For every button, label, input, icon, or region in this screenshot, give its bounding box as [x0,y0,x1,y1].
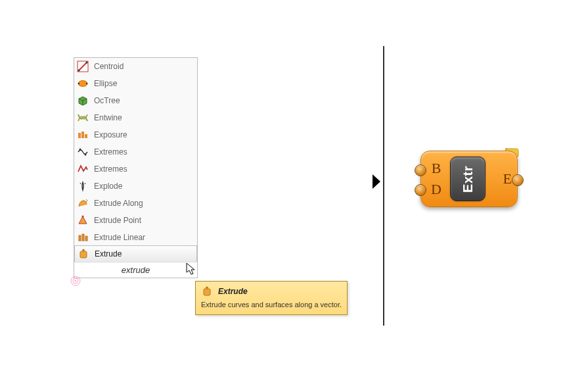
input-label-b: B [426,160,446,177]
divider [383,46,384,326]
svg-rect-13 [79,235,81,241]
entwine-icon [77,112,89,124]
svg-point-10 [79,149,81,151]
tooltip-desc: Extrude curves and surfaces along a vect… [201,300,342,309]
menu-item-label: Extremes [94,164,127,174]
menu-item-centroid[interactable]: Centroid [74,58,197,75]
search-input[interactable] [74,265,197,275]
menu-item-label: Exposure [94,130,127,139]
menu-item-ellipse[interactable]: Ellipse [74,75,197,92]
extrude-along-icon [77,197,89,209]
component-wrapper: B D Extr E [420,151,518,207]
svg-point-3 [86,62,88,64]
tooltip: Extrude Extrude curves and surfaces alon… [195,281,348,315]
svg-point-11 [85,154,87,156]
menu-item-extremes-2[interactable]: Extremes [74,161,197,178]
input-grip-d[interactable] [415,184,426,196]
input-grip-b[interactable] [415,164,426,176]
menu-item-label: Extrude Along [94,199,143,208]
svg-rect-15 [85,236,87,241]
svg-point-5 [78,83,79,84]
svg-rect-16 [80,251,87,258]
menu-item-extrude-point[interactable]: Extrude Point [74,212,197,229]
menu-item-label: Extremes [94,147,127,157]
svg-point-6 [86,83,87,84]
autocomplete-menu: Centroid Ellipse OcTree Entwine Exposure… [74,57,198,278]
output-ports: E [492,151,512,207]
menu-item-explode[interactable]: Explode [74,178,197,195]
menu-item-label: Extrude Linear [94,233,145,242]
menu-item-label: Centroid [94,62,124,71]
svg-point-19 [75,280,77,282]
exposure-icon [77,129,89,141]
svg-point-2 [78,70,80,72]
svg-rect-14 [82,234,84,241]
arrow-icon [371,173,382,193]
svg-rect-8 [81,132,84,138]
menu-item-extrude[interactable]: Extrude [74,245,197,262]
extremes-icon [77,163,89,175]
extremes-icon [77,146,89,158]
menu-item-label: Extrude [95,249,122,259]
explode-icon [77,180,89,192]
extrude-icon [78,248,89,260]
search-row [74,262,197,278]
menu-item-extrude-linear[interactable]: Extrude Linear [74,229,197,246]
menu-item-label: Explode [94,182,122,191]
menu-item-label: Ellipse [94,79,117,88]
menu-item-octree[interactable]: OcTree [74,92,197,109]
extrude-point-icon [77,214,89,226]
svg-rect-9 [85,134,87,138]
menu-item-label: Entwine [94,113,122,122]
octree-icon [77,95,89,107]
svg-point-12 [82,216,84,218]
output-grip-e[interactable] [512,174,524,186]
component-body[interactable]: Extr [450,157,486,201]
menu-item-extremes-1[interactable]: Extremes [74,143,197,161]
extrude-icon [201,285,213,297]
centroid-icon [77,61,89,72]
menu-item-extrude-along[interactable]: Extrude Along [74,195,197,212]
component-extrude[interactable]: B D Extr E [420,151,518,207]
ellipse-icon [77,78,89,89]
menu-item-entwine[interactable]: Entwine [74,109,197,126]
menu-item-label: Extrude Point [94,216,141,225]
target-icon [70,275,81,287]
menu-item-exposure[interactable]: Exposure [74,126,197,143]
output-label-e: E [503,170,512,187]
svg-rect-20 [204,289,210,295]
tooltip-title: Extrude [218,287,248,296]
component-name: Extr [461,166,476,193]
input-ports: B D [426,151,446,207]
menu-item-label: OcTree [94,96,120,105]
input-label-d: D [426,181,446,198]
extrude-linear-icon [77,232,89,243]
svg-rect-7 [78,133,81,138]
